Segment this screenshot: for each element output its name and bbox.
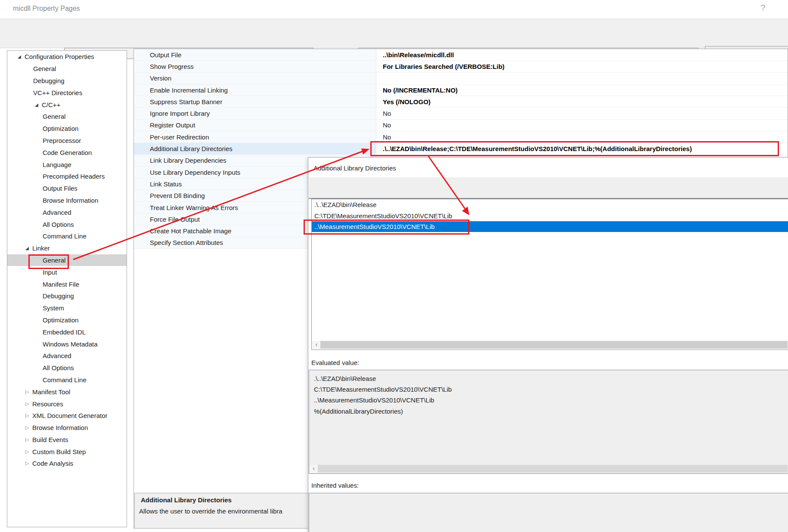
- tree-item-label: Build Events: [32, 436, 68, 443]
- evaluated-value-line: ..\MeasurementStudioVS2010\VCNET\Lib: [314, 395, 788, 405]
- tree-item-label: Custom Build Step: [32, 448, 86, 455]
- property-value[interactable]: ..\bin\Release/micdll.dll: [376, 49, 788, 60]
- chevron-expanded-icon[interactable]: ◢: [35, 102, 42, 107]
- property-row[interactable]: Version: [134, 73, 788, 84]
- tree-item-embedded-idl[interactable]: Embedded IDL: [7, 326, 127, 338]
- tree-item-label: Language: [43, 161, 71, 168]
- property-row[interactable]: Show ProgressFor Libraries Searched (/VE…: [134, 61, 788, 72]
- tree-item-custom-build-step[interactable]: ▷Custom Build Step: [7, 445, 127, 458]
- tree-item-all-options[interactable]: All Options: [7, 362, 127, 374]
- property-value[interactable]: Yes (/NOLOGO): [376, 96, 788, 107]
- tree-item-optimization[interactable]: Optimization: [7, 123, 127, 135]
- property-value[interactable]: [376, 73, 788, 84]
- tree-item-precompiled-headers[interactable]: Precompiled Headers: [7, 170, 127, 182]
- tree-item-all-options[interactable]: All Options: [7, 218, 127, 230]
- chevron-collapsed-icon[interactable]: ▷: [25, 449, 32, 455]
- property-value[interactable]: No (/INCREMENTAL:NO): [376, 84, 788, 96]
- tree-item-c-c-[interactable]: ◢C/C++: [7, 99, 127, 111]
- tree-item-label: Windows Metadata: [43, 340, 98, 348]
- tree-item-command-line[interactable]: Command Line: [7, 230, 127, 242]
- tree-item-manifest-file[interactable]: Manifest File: [7, 278, 127, 290]
- tree-item-debugging[interactable]: Debugging: [7, 75, 127, 87]
- property-row[interactable]: Output File..\bin\Release/micdll.dll: [134, 49, 788, 61]
- tree-item-label: Optimization: [43, 316, 78, 324]
- popup-title: Additional Library Directories: [313, 164, 396, 172]
- tree-item-build-events[interactable]: ▷Build Events: [7, 434, 127, 446]
- tree-item-debugging[interactable]: Debugging: [7, 290, 127, 302]
- tree-item-general[interactable]: General: [7, 63, 127, 75]
- tree-item-label: General: [33, 65, 56, 72]
- tree-item-linker[interactable]: ◢Linker: [7, 242, 127, 254]
- tree-item-advanced[interactable]: Advanced: [7, 350, 127, 362]
- tree-item-manifest-tool[interactable]: ▷Manifest Tool: [7, 386, 127, 398]
- property-pages-dialog: micdll Property Pages ? Configuration: A…: [0, 0, 788, 532]
- tree-item-system[interactable]: System: [7, 302, 127, 314]
- property-row[interactable]: Additional Library Directories.\..\EZAD\…: [134, 143, 788, 155]
- chevron-collapsed-icon[interactable]: ▷: [25, 437, 32, 442]
- tree-item-general[interactable]: General: [7, 254, 127, 266]
- tree-item-optimization[interactable]: Optimization: [7, 314, 127, 326]
- chevron-expanded-icon[interactable]: ◢: [25, 246, 32, 251]
- evaluated-value-label: Evaluated value:: [311, 359, 359, 367]
- directories-list[interactable]: .\..\EZAD\bin\ReleaseC:\TDE\MeasurementS…: [311, 199, 788, 350]
- tree-item-label: All Options: [43, 364, 74, 371]
- help-icon[interactable]: ?: [760, 3, 766, 13]
- tree-item-label: Debugging: [33, 77, 65, 84]
- list-horizontal-scrollbar[interactable]: ‹: [312, 341, 788, 349]
- property-label: Version: [134, 73, 376, 84]
- tree-item-label: Precompiled Headers: [43, 173, 105, 180]
- help-box-description: Allows the user to override the environm…: [139, 507, 282, 515]
- configuration-tree: ◢Configuration PropertiesGeneralDebuggin…: [7, 50, 127, 527]
- tree-item-label: Command Line: [43, 376, 87, 384]
- property-row[interactable]: Ignore Import LibraryNo: [134, 108, 788, 119]
- tree-item-output-files[interactable]: Output Files: [7, 182, 127, 195]
- tree-item-command-line[interactable]: Command Line: [7, 374, 127, 386]
- property-value[interactable]: No: [376, 131, 788, 142]
- tree-item-label: General: [43, 113, 65, 120]
- property-value[interactable]: No: [376, 108, 788, 119]
- property-label: Suppress Startup Banner: [134, 96, 376, 107]
- scroll-left-icon[interactable]: ‹: [312, 341, 320, 349]
- tree-item-vc-directories[interactable]: VC++ Directories: [7, 87, 127, 99]
- scrollbar-track[interactable]: [318, 465, 788, 473]
- chevron-collapsed-icon[interactable]: ▷: [25, 461, 32, 466]
- chevron-collapsed-icon[interactable]: ▷: [25, 389, 32, 395]
- tree-item-configuration-properties[interactable]: ◢Configuration Properties: [7, 51, 127, 63]
- chevron-collapsed-icon[interactable]: ▷: [25, 401, 32, 407]
- evaluated-value-lines: .\..\EZAD\bin\ReleaseC:\TDE\MeasurementS…: [309, 370, 788, 417]
- evaluated-horizontal-scrollbar[interactable]: ‹: [310, 465, 788, 473]
- property-row[interactable]: Enable Incremental LinkingNo (/INCREMENT…: [134, 84, 788, 96]
- property-value[interactable]: No: [376, 120, 788, 131]
- tree-item-advanced[interactable]: Advanced: [7, 206, 127, 218]
- tree-item-browse-information[interactable]: ▷Browse Information: [7, 422, 127, 434]
- inherited-values-label: Inherited values:: [311, 481, 359, 490]
- chevron-collapsed-icon[interactable]: ▷: [25, 413, 32, 418]
- property-row[interactable]: Suppress Startup BannerYes (/NOLOGO): [134, 96, 788, 108]
- directory-list-item[interactable]: .\..\EZAD\bin\Release: [312, 199, 788, 210]
- property-label: Enable Incremental Linking: [134, 84, 376, 96]
- directory-list-item[interactable]: ..\MeasurementStudioVS2010\VCNET\Lib: [312, 221, 788, 232]
- chevron-collapsed-icon[interactable]: ▷: [25, 425, 32, 430]
- tree-item-general[interactable]: General: [7, 111, 127, 123]
- scrollbar-track[interactable]: [320, 341, 788, 349]
- tree-item-preprocessor[interactable]: Preprocessor: [7, 135, 127, 147]
- tree-item-resources[interactable]: ▷Resources: [7, 398, 127, 410]
- chevron-expanded-icon[interactable]: ◢: [18, 54, 25, 59]
- property-label: Output File: [134, 49, 376, 60]
- tree-item-browse-information[interactable]: Browse Information: [7, 195, 127, 207]
- tree-item-windows-metadata[interactable]: Windows Metadata: [7, 338, 127, 350]
- property-value[interactable]: .\..\EZAD\bin\Release;C:\TDE\Measurement…: [376, 143, 788, 154]
- tree-item-label: Debugging: [43, 292, 74, 300]
- tree-item-language[interactable]: Language: [7, 158, 127, 170]
- tree-item-input[interactable]: Input: [7, 266, 127, 278]
- tree-item-code-generation[interactable]: Code Generation: [7, 146, 127, 158]
- directory-list-item[interactable]: C:\TDE\MeasurementStudioVS2010\VCNET\Lib: [312, 210, 788, 221]
- property-row[interactable]: Register OutputNo: [134, 120, 788, 131]
- scroll-left-icon[interactable]: ‹: [310, 465, 318, 473]
- property-value[interactable]: For Libraries Searched (/VERBOSE:Lib): [376, 61, 788, 72]
- property-row[interactable]: Per-user RedirectionNo: [134, 131, 788, 143]
- tree-item-code-analysis[interactable]: ▷Code Analysis: [7, 458, 127, 470]
- tree-item-xml-document-generator[interactable]: ▷XML Document Generator: [7, 410, 127, 422]
- help-box-title: Additional Library Directories: [141, 496, 232, 504]
- tree-item-label: Browse Information: [43, 197, 98, 204]
